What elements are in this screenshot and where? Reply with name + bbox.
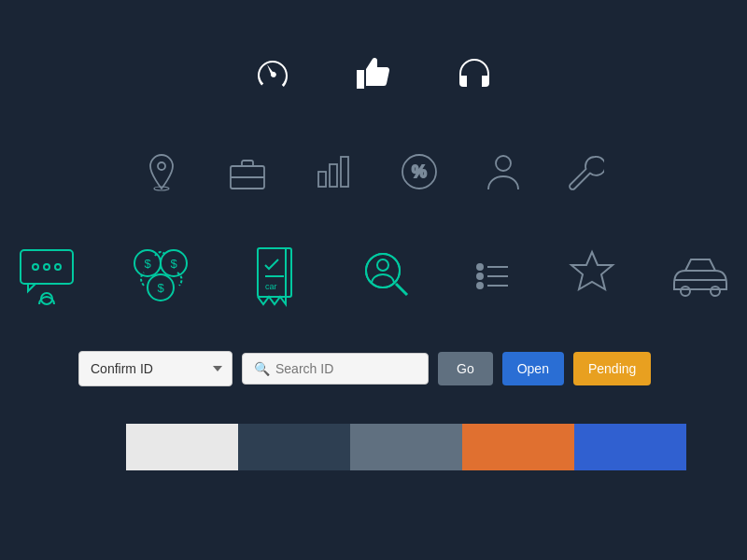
svg-point-30	[477, 273, 483, 279]
svg-text:%: %	[412, 162, 427, 181]
icon-row-1	[0, 0, 747, 100]
location-icon	[143, 151, 180, 196]
search-person-icon	[355, 243, 422, 314]
svg-text:$: $	[170, 257, 177, 271]
svg-point-11	[33, 264, 38, 270]
svg-point-36	[711, 287, 720, 296]
svg-point-12	[44, 264, 49, 270]
car-icon	[667, 252, 734, 304]
icon-row-2: %	[0, 100, 747, 196]
wrench-icon	[567, 151, 604, 196]
svg-rect-5	[330, 164, 337, 187]
svg-marker-34	[571, 252, 613, 289]
svg-point-25	[377, 259, 388, 271]
svg-point-35	[681, 287, 690, 296]
svg-point-28	[477, 264, 483, 270]
swatch-blue	[574, 424, 686, 470]
swatch-dark	[238, 424, 350, 470]
chart-icon	[315, 153, 352, 194]
speedometer-icon	[250, 51, 295, 100]
chat-person-icon	[13, 243, 80, 314]
svg-rect-6	[341, 157, 348, 187]
svg-point-0	[158, 162, 165, 170]
swatches-row	[0, 386, 747, 470]
pending-button[interactable]: Pending	[573, 352, 651, 385]
discount-icon: %	[399, 151, 440, 196]
svg-point-9	[496, 156, 511, 171]
swatch-orange	[462, 424, 574, 470]
svg-point-13	[55, 264, 61, 270]
badge-icon	[564, 248, 620, 308]
svg-text:$: $	[157, 281, 164, 295]
list-icon	[469, 252, 517, 304]
svg-rect-4	[318, 172, 326, 187]
swatch-gray	[350, 424, 462, 470]
open-button[interactable]: Open	[502, 352, 564, 385]
headphones-icon	[452, 51, 497, 100]
search-id-input[interactable]	[275, 361, 416, 376]
icon-row-3: $ $ $ car	[0, 196, 747, 314]
user-icon	[486, 152, 520, 195]
money-cycle-icon: $ $ $	[127, 243, 194, 314]
checklist-icon: car	[241, 243, 308, 314]
search-box: 🔍	[242, 353, 429, 385]
briefcase-icon	[227, 153, 268, 194]
swatch-light	[126, 424, 238, 470]
svg-point-32	[477, 283, 483, 288]
svg-line-26	[396, 284, 407, 295]
controls-row: Confirm ID 🔍 Go Open Pending	[0, 314, 747, 386]
svg-text:car: car	[265, 282, 277, 291]
search-icon: 🔍	[254, 361, 270, 376]
svg-text:$: $	[144, 257, 151, 271]
go-button[interactable]: Go	[438, 352, 493, 385]
confirm-id-select[interactable]: Confirm ID	[78, 351, 233, 386]
svg-rect-10	[21, 250, 73, 284]
thumbsup-icon	[351, 51, 396, 100]
